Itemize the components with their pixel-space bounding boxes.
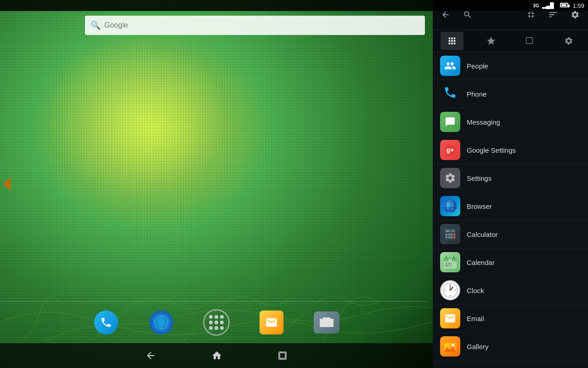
- dock-email[interactable]: [258, 309, 285, 336]
- status-bar: 3G ▂▄█ 1:59: [0, 0, 588, 11]
- home-button[interactable]: [211, 350, 222, 361]
- app-item-email[interactable]: Email: [433, 305, 588, 333]
- app-label-phone: Phone: [467, 90, 486, 98]
- left-arrow-hint[interactable]: [0, 170, 14, 198]
- dock-phone-icon: [94, 310, 118, 334]
- app-item-google-settings[interactable]: g+ Google Settings: [433, 136, 588, 164]
- app-label-settings: Settings: [467, 174, 492, 182]
- svg-rect-21: [448, 234, 450, 236]
- app-item-calculator[interactable]: — + Calculator: [433, 220, 588, 248]
- svg-point-47: [452, 344, 454, 346]
- app-item-messaging[interactable]: Messaging: [433, 108, 588, 136]
- app-icon-google-settings: g+: [440, 140, 460, 160]
- svg-rect-26: [451, 236, 452, 238]
- app-icon-calculator: — +: [440, 224, 460, 244]
- dock-email-icon: [260, 310, 283, 334]
- search-bar[interactable]: 🔍: [85, 16, 425, 35]
- app-label-email: Email: [467, 315, 484, 322]
- dock-camera-icon: [314, 311, 339, 334]
- app-item-browser[interactable]: Browser: [433, 192, 588, 220]
- app-item-gallery[interactable]: Gallery: [433, 333, 588, 361]
- search-input[interactable]: [104, 21, 419, 29]
- svg-rect-24: [446, 236, 447, 238]
- svg-rect-45: [445, 344, 449, 347]
- svg-point-43: [450, 290, 451, 291]
- app-label-calendar: Calendar: [467, 259, 495, 266]
- svg-rect-22: [451, 234, 452, 236]
- dock-browser-icon: [149, 310, 173, 334]
- clock-time: 1:59: [573, 2, 584, 9]
- app-item-calendar[interactable]: 31 S M T W T F Calendar: [433, 248, 588, 276]
- svg-marker-0: [3, 177, 11, 191]
- svg-rect-8: [526, 37, 532, 43]
- svg-text:+: +: [451, 230, 453, 233]
- svg-text:g+: g+: [447, 146, 454, 154]
- app-label-people: People: [467, 62, 488, 70]
- tab-all-apps[interactable]: [441, 32, 464, 50]
- app-item-phone[interactable]: Phone: [433, 80, 588, 108]
- navigation-bar: [0, 343, 433, 368]
- dock-apps-icon: [203, 309, 230, 336]
- network-icon: 3G: [533, 3, 539, 8]
- dock-apps[interactable]: [203, 309, 230, 336]
- battery-indicator: [559, 3, 568, 8]
- search-icon: 🔍: [90, 20, 101, 30]
- app-label-google-settings: Google Settings: [467, 146, 516, 154]
- app-list: People Phone Messaging: [433, 52, 588, 368]
- app-item-clock[interactable]: Clock: [433, 276, 588, 305]
- svg-text:W T F: W T F: [446, 264, 452, 267]
- app-label-gallery: Gallery: [467, 343, 489, 351]
- svg-rect-20: [446, 234, 447, 236]
- app-item-settings[interactable]: Settings: [433, 164, 588, 192]
- recents-button[interactable]: [277, 351, 288, 361]
- drawer-tabs: [433, 30, 588, 52]
- tab-recent[interactable]: [518, 32, 541, 50]
- app-icon-phone: [440, 84, 460, 104]
- svg-text:—: —: [446, 230, 449, 233]
- app-icon-clock: [440, 280, 460, 300]
- signal-bars: ▂▄█: [542, 2, 554, 9]
- app-drawer: People Phone Messaging: [433, 0, 588, 368]
- dock-phone[interactable]: [92, 309, 120, 336]
- svg-point-5: [155, 316, 168, 329]
- app-item-people[interactable]: People: [433, 52, 588, 80]
- svg-rect-27: [453, 236, 455, 238]
- app-label-browser: Browser: [467, 202, 492, 210]
- app-icon-messaging: [440, 112, 460, 132]
- app-icon-calendar: 31 S M T W T F: [440, 252, 460, 272]
- app-icon-people: [440, 56, 460, 76]
- app-icon-settings: [440, 168, 460, 188]
- svg-rect-23: [453, 234, 455, 236]
- app-label-calculator: Calculator: [467, 230, 498, 238]
- svg-rect-25: [448, 236, 450, 238]
- svg-text:31: 31: [448, 259, 452, 262]
- app-label-clock: Clock: [467, 287, 484, 294]
- back-button[interactable]: [145, 350, 156, 361]
- dock-browser[interactable]: [147, 309, 175, 336]
- app-icon-gallery: [440, 336, 460, 356]
- tab-favorites[interactable]: [480, 32, 503, 50]
- app-dock: [0, 302, 433, 343]
- tab-drawer-settings[interactable]: [557, 32, 580, 50]
- app-icon-email: [440, 308, 460, 328]
- app-icon-browser: [440, 196, 460, 216]
- dock-camera[interactable]: [313, 309, 340, 336]
- svg-rect-7: [280, 353, 285, 358]
- app-label-messaging: Messaging: [467, 118, 500, 126]
